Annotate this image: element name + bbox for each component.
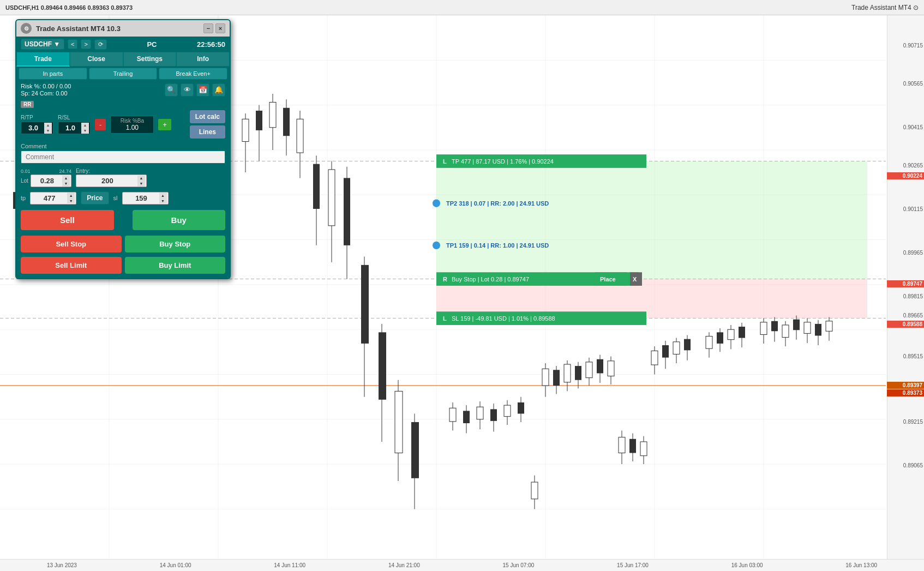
minus-btn[interactable]: - [95, 119, 106, 130]
sell-buy-row: Sell Buy [16, 207, 230, 233]
price-0.89215: 0.89215 [903, 419, 923, 425]
buy-btn[interactable]: Buy [133, 210, 226, 230]
sl-up[interactable]: ▲ [159, 193, 167, 198]
sl-label: sl [113, 195, 118, 201]
svg-rect-70 [542, 369, 549, 386]
subtab-in-parts[interactable]: In parts [19, 68, 87, 80]
subtab-trailing[interactable]: Trailing [89, 68, 158, 80]
tp-up[interactable]: ▲ [67, 193, 75, 198]
symbol-value: USDCHF [25, 40, 52, 48]
entry-spinner[interactable]: ▲ ▼ [137, 176, 145, 187]
svg-rect-110 [815, 324, 821, 336]
rsl-down[interactable]: ▼ [81, 128, 89, 134]
entry-up[interactable]: ▲ [137, 176, 145, 181]
tp-value: 477 [32, 193, 67, 204]
sl-spinner[interactable]: ▲ ▼ [159, 193, 167, 203]
tab-close[interactable]: Close [70, 52, 123, 67]
svg-rect-128 [619, 437, 625, 453]
search-icon-btn[interactable]: 🔍 [165, 83, 178, 97]
sell-limit-btn[interactable]: Sell Limit [21, 257, 122, 274]
tp-down[interactable]: ▼ [67, 198, 75, 203]
rr-badge: RR [21, 101, 34, 108]
nav-right-btn[interactable]: > [81, 39, 91, 49]
calendar-icon-btn[interactable]: 📅 [196, 83, 209, 97]
tab-settings[interactable]: Settings [123, 52, 177, 67]
rr-content: R/TP 3.0 ▲ ▼ R/SL 1.0 ▲ ▼ [21, 110, 225, 139]
lot-input[interactable]: 0.28 ▲ ▼ [31, 175, 71, 187]
svg-rect-114 [449, 408, 456, 422]
rsl-up[interactable]: ▲ [81, 123, 89, 128]
nav-left-btn[interactable]: < [68, 39, 77, 49]
rsl-input[interactable]: 1.0 ▲ ▼ [58, 122, 91, 134]
entry-field: Entry: 200 ▲ ▼ [76, 168, 147, 187]
tp-spinner[interactable]: ▲ ▼ [67, 193, 75, 203]
svg-rect-76 [575, 366, 581, 380]
svg-rect-54 [297, 119, 303, 153]
chart-refresh-btn[interactable]: ⟳ [94, 39, 107, 50]
lot-label: Lot [21, 178, 28, 184]
svg-text:Buy Stop | Lot 0.28 | 0.89747: Buy Stop | Lot 0.28 | 0.89747 [452, 276, 529, 283]
lines-btn[interactable]: Lines [190, 125, 225, 139]
rtp-up[interactable]: ▲ [44, 123, 52, 128]
risk-info: Risk %: 0.00 / 0.00 Sp: 24 Com: 0.00 [21, 83, 71, 97]
tab-trade[interactable]: Trade [16, 52, 70, 67]
lot-range: 0.01 24.74 [21, 169, 71, 174]
entry-down[interactable]: ▼ [137, 181, 145, 187]
symbol-info: USDCHF,H1 0.89464 0.89466 0.89363 0.8937… [5, 4, 133, 11]
svg-rect-84 [651, 351, 658, 365]
entry-value: 200 [77, 175, 137, 187]
sl-input[interactable]: 159 ▲ ▼ [122, 192, 169, 205]
tpsl-row: tp 477 ▲ ▼ Price sl 159 ▲ ▼ [16, 189, 230, 207]
price-0.89065: 0.89065 [903, 462, 923, 468]
sl-down[interactable]: ▼ [159, 198, 167, 203]
lot-calc-btn[interactable]: Lot calc [190, 110, 225, 123]
svg-rect-72 [553, 370, 560, 386]
tp-input[interactable]: 477 ▲ ▼ [30, 192, 76, 205]
price-current-val: 0.89373 [887, 389, 924, 396]
plus-btn[interactable]: + [158, 119, 171, 130]
subtab-break-even[interactable]: Break Even+ [159, 68, 227, 80]
entry-input[interactable]: 200 ▲ ▼ [76, 175, 147, 187]
svg-rect-104 [782, 325, 789, 338]
lot-spinner[interactable]: ▲ ▼ [62, 176, 70, 187]
svg-rect-98 [739, 327, 745, 338]
svg-rect-108 [804, 322, 811, 334]
comment-input[interactable] [21, 151, 225, 164]
svg-text:Place: Place [600, 276, 616, 283]
bell-icon-btn[interactable]: 🔔 [212, 83, 225, 97]
svg-rect-112 [826, 321, 832, 332]
svg-rect-116 [463, 411, 470, 423]
close-btn[interactable]: × [215, 23, 225, 33]
lot-max: 24.74 [59, 169, 71, 174]
symbol-select[interactable]: USDCHF ▼ [21, 39, 64, 50]
price-0.89965: 0.89965 [903, 250, 923, 256]
risk-ba-input[interactable]: Risk %Ba 1.00 [110, 116, 154, 134]
lot-up[interactable]: ▲ [62, 176, 70, 181]
svg-rect-46 [242, 119, 249, 141]
lot-down[interactable]: ▼ [62, 181, 70, 187]
sell-stop-btn[interactable]: Sell Stop [21, 236, 122, 253]
buy-stop-btn[interactable]: Buy Stop [125, 236, 226, 253]
rtp-down[interactable]: ▼ [44, 128, 52, 134]
rtp-input[interactable]: 3.0 ▲ ▼ [21, 122, 53, 134]
price-btn[interactable]: Price [81, 191, 109, 205]
sell-btn[interactable]: Sell [21, 210, 114, 230]
buy-limit-btn[interactable]: Buy Limit [125, 257, 226, 274]
tab-info[interactable]: Info [176, 52, 230, 67]
risk-row: Risk %: 0.00 / 0.00 Sp: 24 Com: 0.00 🔍 👁… [16, 81, 230, 99]
risk-ba-value: 1.00 [126, 124, 139, 131]
risk-ba-label: Risk %Ba [113, 118, 151, 124]
rsl-spinner[interactable]: ▲ ▼ [81, 123, 89, 134]
symbol-row: USDCHF ▼ < > ⟳ PC 22:56:50 [16, 37, 230, 52]
price-0.89515: 0.89515 [903, 353, 923, 359]
svg-rect-132 [640, 442, 647, 456]
minimize-btn[interactable]: − [203, 23, 213, 33]
rsl-label: R/SL [58, 115, 91, 121]
rtp-spinner[interactable]: ▲ ▼ [44, 123, 52, 134]
rr-section: RR R/TP 3.0 ▲ ▼ R/SL 1.0 ▲ [16, 99, 230, 141]
svg-rect-58 [328, 170, 335, 226]
svg-rect-92 [706, 336, 712, 349]
pc-label: PC [110, 40, 194, 49]
comment-label: Comment [21, 143, 225, 149]
eye-icon-btn[interactable]: 👁 [181, 83, 194, 97]
